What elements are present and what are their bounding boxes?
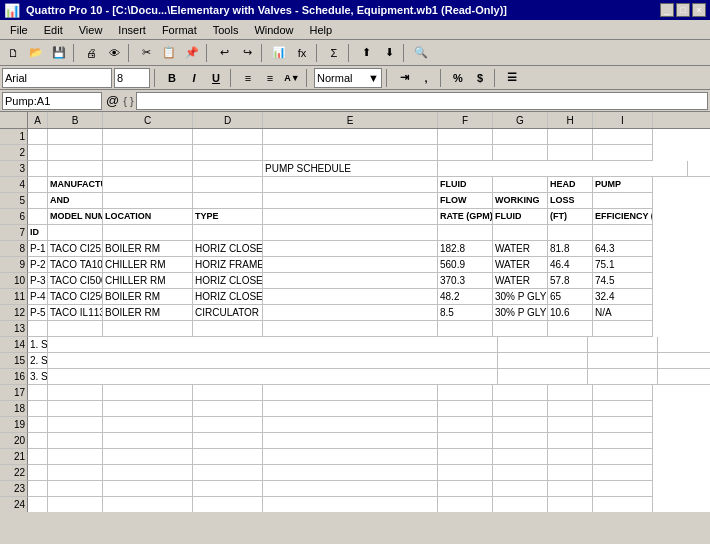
cell[interactable]: 64.3 bbox=[593, 241, 653, 257]
cell[interactable] bbox=[493, 145, 548, 161]
cell[interactable] bbox=[103, 145, 193, 161]
cell[interactable] bbox=[48, 321, 103, 337]
cell[interactable]: 81.8 bbox=[548, 241, 593, 257]
cell[interactable] bbox=[593, 497, 653, 512]
cell[interactable] bbox=[193, 321, 263, 337]
cell[interactable]: WORKING bbox=[493, 193, 548, 209]
cell[interactable] bbox=[28, 481, 48, 497]
cell[interactable] bbox=[658, 369, 710, 385]
cell[interactable] bbox=[263, 401, 438, 417]
cell[interactable]: CIRCULATOR bbox=[193, 305, 263, 321]
cell[interactable] bbox=[103, 177, 193, 193]
close-button[interactable]: × bbox=[692, 3, 706, 17]
bold-button[interactable]: B bbox=[162, 68, 182, 88]
cell[interactable] bbox=[438, 225, 493, 241]
cell[interactable] bbox=[48, 145, 103, 161]
col-header-h[interactable]: H bbox=[548, 112, 593, 128]
cell[interactable]: 48.2 bbox=[438, 289, 493, 305]
cell[interactable] bbox=[103, 193, 193, 209]
cell[interactable]: TACO CI2503 bbox=[48, 289, 103, 305]
col-header-g[interactable]: G bbox=[493, 112, 548, 128]
cell[interactable] bbox=[438, 449, 493, 465]
cell[interactable] bbox=[593, 449, 653, 465]
cell[interactable] bbox=[438, 161, 688, 177]
minimize-button[interactable]: _ bbox=[660, 3, 674, 17]
undo-button[interactable]: ↩ bbox=[213, 43, 235, 63]
formula-button[interactable]: fx bbox=[291, 43, 313, 63]
cell[interactable] bbox=[493, 417, 548, 433]
cell[interactable]: PUMP SCHEDULE bbox=[263, 161, 438, 177]
cell[interactable] bbox=[48, 401, 103, 417]
cell[interactable]: 57.8 bbox=[548, 273, 593, 289]
cell[interactable] bbox=[193, 385, 263, 401]
cell[interactable] bbox=[103, 385, 193, 401]
cell[interactable] bbox=[588, 369, 658, 385]
cell[interactable] bbox=[548, 433, 593, 449]
cell[interactable] bbox=[28, 385, 48, 401]
cell[interactable] bbox=[593, 385, 653, 401]
cell[interactable] bbox=[28, 177, 48, 193]
preview-button[interactable]: 👁 bbox=[103, 43, 125, 63]
cell[interactable] bbox=[548, 497, 593, 512]
cell[interactable]: 8.5 bbox=[438, 305, 493, 321]
formula-input[interactable] bbox=[136, 92, 708, 110]
col-header-a[interactable]: A bbox=[28, 112, 48, 128]
cell[interactable] bbox=[103, 129, 193, 145]
cell[interactable] bbox=[193, 417, 263, 433]
cell[interactable]: HORIZ CLOSE-COUPLED END-SUCTION bbox=[193, 273, 263, 289]
cell[interactable]: HEAD bbox=[548, 177, 593, 193]
menu-help[interactable]: Help bbox=[302, 22, 341, 38]
cell[interactable] bbox=[103, 401, 193, 417]
cell[interactable] bbox=[48, 337, 498, 353]
cell[interactable] bbox=[263, 465, 438, 481]
cell[interactable] bbox=[103, 417, 193, 433]
cell[interactable]: 560.9 bbox=[438, 257, 493, 273]
cell[interactable] bbox=[688, 161, 710, 177]
cell[interactable] bbox=[28, 321, 48, 337]
cell[interactable] bbox=[263, 481, 438, 497]
cell[interactable] bbox=[263, 497, 438, 512]
cell[interactable]: HORIZ CLOSE-COUPLED END-SUCTION bbox=[193, 241, 263, 257]
cell[interactable]: HORIZ FRAME-MOUNT SPLIT-CASE bbox=[193, 257, 263, 273]
cell[interactable] bbox=[493, 321, 548, 337]
cell[interactable]: HORIZ CLOSE-COUPLED END-SUCTION bbox=[193, 289, 263, 305]
cell[interactable]: P-2 bbox=[28, 257, 48, 273]
cell[interactable] bbox=[438, 145, 493, 161]
cell[interactable] bbox=[193, 225, 263, 241]
new-button[interactable]: 🗋 bbox=[2, 43, 24, 63]
cell[interactable] bbox=[28, 497, 48, 512]
cell[interactable]: FLUID bbox=[493, 209, 548, 225]
cell[interactable] bbox=[28, 193, 48, 209]
cell[interactable]: 30% P GLY bbox=[493, 305, 548, 321]
cell[interactable] bbox=[493, 401, 548, 417]
indent-button[interactable]: ⇥ bbox=[394, 68, 414, 88]
cell[interactable] bbox=[263, 193, 438, 209]
cell[interactable] bbox=[103, 161, 193, 177]
cell[interactable] bbox=[593, 193, 653, 209]
italic-button[interactable]: I bbox=[184, 68, 204, 88]
cell[interactable] bbox=[498, 353, 588, 369]
comma-button[interactable]: , bbox=[416, 68, 436, 88]
cell[interactable]: BOILER RM bbox=[103, 241, 193, 257]
cell[interactable] bbox=[193, 465, 263, 481]
col-header-b[interactable]: B bbox=[48, 112, 103, 128]
cell[interactable] bbox=[103, 497, 193, 512]
style-dropdown[interactable]: Normal ▼ bbox=[314, 68, 382, 88]
cell[interactable] bbox=[193, 497, 263, 512]
cell[interactable] bbox=[48, 481, 103, 497]
sum-button[interactable]: Σ bbox=[323, 43, 345, 63]
cell[interactable] bbox=[493, 465, 548, 481]
cell[interactable] bbox=[438, 433, 493, 449]
cell[interactable] bbox=[48, 417, 103, 433]
cell[interactable]: TACO CI2510 bbox=[48, 241, 103, 257]
chart-button[interactable]: 📊 bbox=[268, 43, 290, 63]
cell[interactable] bbox=[263, 177, 438, 193]
cell[interactable] bbox=[263, 289, 438, 305]
sort-desc-button[interactable]: ⬇ bbox=[378, 43, 400, 63]
menu-file[interactable]: File bbox=[2, 22, 36, 38]
cell[interactable] bbox=[48, 465, 103, 481]
cell[interactable] bbox=[493, 129, 548, 145]
cell[interactable] bbox=[103, 225, 193, 241]
cell[interactable] bbox=[438, 481, 493, 497]
cell[interactable] bbox=[438, 465, 493, 481]
